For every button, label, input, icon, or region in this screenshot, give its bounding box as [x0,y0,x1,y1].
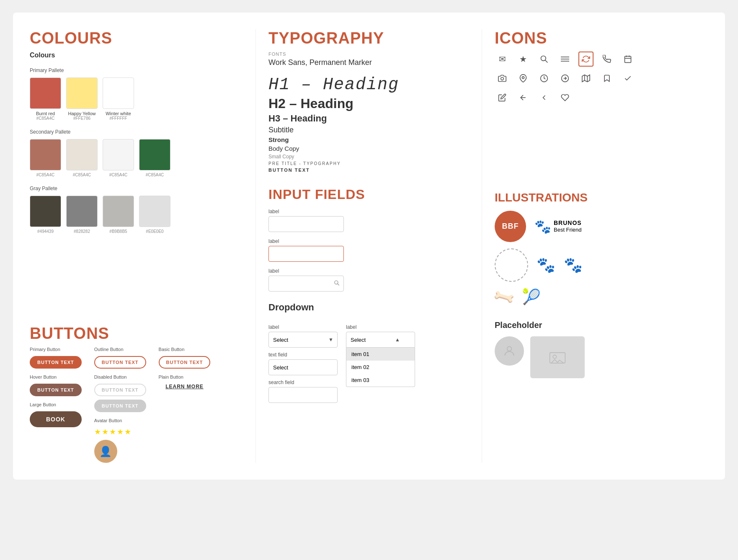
swatch-gray-1: #494439 [30,196,61,234]
color-sec-1 [30,139,61,170]
colours-section: COLOURS Colours Primary Pallete Burnt re… [30,29,256,312]
dropdown-open-value: Select [351,337,366,343]
paw-icon-1: 🐾 [537,256,555,274]
swatch-sec-1: #C85A4C [30,139,61,177]
swatch-sec-4: #C85A4C [139,139,170,177]
basic-btn-col: Basic Button BUTTON TEXT Plain Button LE… [159,347,211,463]
gray-palette-label: Gray Pallete [30,186,247,191]
secondary-palette-label: Secondary Pallete [30,129,247,135]
svg-line-21 [338,284,339,285]
illustrations-section: ILLUSTRATIONS BBF 🐾 BRUNOS Best Friend 🐾… [482,187,708,312]
outline-btn-label: Outline Button [94,347,146,352]
typography-title: TYPOGRAPHY [268,29,469,47]
select-wrap-1: Select item 01 item 02 item 03 ▼ [268,332,338,348]
swatch-gray-2: #828282 [66,196,98,234]
plain-button[interactable]: LEARN MORE [159,384,211,390]
color-sec-3 [103,139,134,170]
swatch-sec-2: #C85A4C [66,139,98,177]
illustration-bone-row: 🦴 🎾 [495,288,708,306]
search-field[interactable] [268,276,344,292]
color-gray-4 [139,196,170,227]
heart-icon[interactable] [557,90,573,105]
typo-strong: Strong [268,136,469,143]
color-sec-4 [139,139,170,170]
placeholder-row [495,336,708,378]
outline-btn-col: Outline Button BUTTON TEXT Disabled Butt… [94,347,146,463]
illustrations-title: ILLUSTRATIONS [495,191,708,204]
illustration-icons-row: 🐾 🐾 [495,248,708,282]
map-icon[interactable] [578,71,593,86]
dropdown-open-wrap: Select ▲ item 01 item 02 item 03 [346,332,415,348]
mail-icon[interactable]: ✉ [495,52,510,67]
fonts-names: Work Sans, Permanent Marker [268,58,469,67]
text-field-wrap [268,359,338,375]
svg-point-9 [501,77,504,80]
input-field-2[interactable] [268,246,344,262]
dropdown-open-header[interactable]: Select ▲ [346,332,415,348]
primary-button[interactable]: BUTTON TEXT [30,356,82,369]
disabled-outline-button: BUTTON TEXT [94,384,146,396]
typo-body: Body Copy [268,145,469,152]
dd-search-label: search field [268,379,338,385]
location-icon[interactable] [516,71,531,86]
svg-line-1 [545,60,548,63]
arrow-right-icon[interactable] [557,71,573,86]
primary-swatches: Burnt red #C85A4C Happy Yellow #FFE786 W… [30,77,247,121]
svg-marker-16 [582,75,590,82]
menu-icon[interactable] [557,52,573,67]
clock-icon[interactable] [537,71,552,86]
dropdown-item-2[interactable]: item 02 [346,361,415,374]
refresh-icon[interactable] [578,52,593,67]
svg-point-22 [507,346,512,351]
hover-button[interactable]: BUTTON TEXT [30,384,82,396]
ball-icon: 🎾 [522,288,541,306]
calendar-icon[interactable] [620,52,635,67]
outline-button[interactable]: BUTTON TEXT [94,356,146,369]
swatch-sec-3: #C85A4C [103,139,134,177]
basic-button[interactable]: BUTTON TEXT [159,356,211,369]
svg-point-0 [541,56,546,61]
placeholder-rect [530,336,585,378]
check-icon[interactable] [620,71,635,86]
text-field-input[interactable] [268,359,338,375]
color-gray-1 [30,196,61,227]
input-label-2: label [268,238,469,244]
input-section: INPUT FIELDS label label label Dropdown … [256,187,482,463]
swatch-burnt-red: Burnt red #C85A4C [30,77,61,121]
placeholder-section: Placeholder [482,312,708,463]
dropdown-title: Dropdown [268,302,469,313]
star-icon[interactable]: ★ [516,52,531,67]
large-button[interactable]: BOOK [30,411,82,427]
edit-icon[interactable] [495,90,510,105]
search-dd-wrap [268,387,338,403]
color-sec-2 [66,139,98,170]
dropdown-item-1[interactable]: item 01 [346,348,415,361]
dropdown-item-3[interactable]: item 03 [346,374,415,387]
arrow-left-icon[interactable] [516,90,531,105]
avatar-button[interactable]: 👤 [94,440,117,463]
search-dd-input[interactable] [268,387,338,403]
typography-section: TYPOGRAPHY Fonts Work Sans, Permanent Ma… [256,29,482,187]
input-label-3: label [268,268,469,274]
bookmark-icon[interactable] [599,71,614,86]
search-icon[interactable] [537,52,552,67]
fonts-label: Fonts [268,52,469,57]
phone-icon[interactable] [599,52,614,67]
typo-pre: PRE TITLE - TYPOGRAPHY [268,161,469,166]
icons-section: ICONS ✉ ★ [482,29,708,187]
buttons-section: BUTTONS Primary Button BUTTON TEXT Hover… [30,312,256,463]
chevron-up-icon: ▲ [395,337,400,343]
dd-text-label: text field [268,352,338,358]
dd-label-1: label [268,324,338,330]
svg-rect-5 [625,56,631,62]
placeholder-title: Placeholder [495,320,708,330]
brunos-tagline: Best Friend [554,227,582,233]
dropdown-row: label Select item 01 item 02 item 03 ▼ t… [268,318,469,403]
input-field-1[interactable] [268,216,344,232]
chevron-left-icon[interactable] [537,90,552,105]
icons-title: ICONS [495,29,708,47]
camera-icon[interactable] [495,71,510,86]
gray-swatches: #494439 #828282 #B9B8B5 #E0E0E0 [30,196,247,234]
search-field-wrap [268,276,344,292]
select-field-1[interactable]: Select item 01 item 02 item 03 [268,332,338,348]
